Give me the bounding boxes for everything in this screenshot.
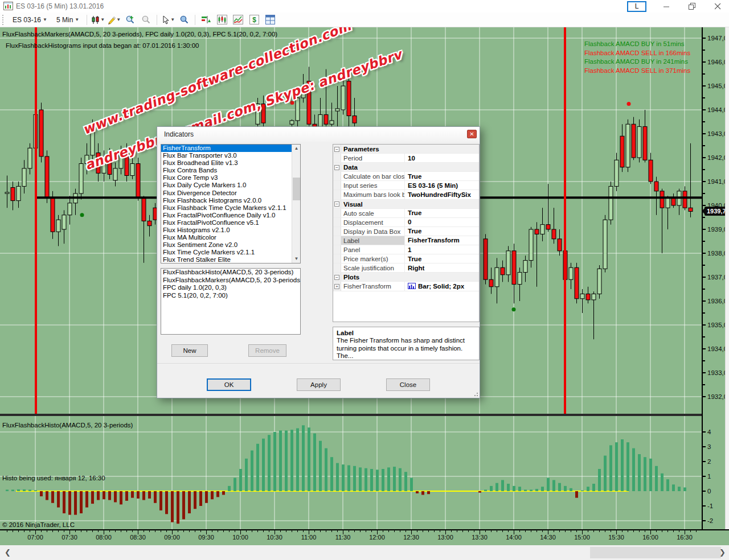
configured-indicator-item[interactable]: FPC daily 1.0(20, 0,3) bbox=[161, 284, 300, 292]
cursor-tool-button[interactable]: ▼ bbox=[161, 14, 175, 26]
close-button[interactable]: Close bbox=[386, 378, 430, 391]
indicator-list-item[interactable]: Flux FractalPivotConfluence Daily v1.0 bbox=[161, 212, 300, 219]
chevron-down-icon: ▼ bbox=[116, 17, 121, 22]
apply-button[interactable]: Apply bbox=[297, 378, 341, 391]
property-value[interactable]: True bbox=[405, 227, 479, 236]
dialog-title-bar[interactable]: Indicators ✕ bbox=[157, 127, 480, 142]
property-row[interactable]: +FisherTransformBar; Solid; 2px bbox=[333, 282, 479, 291]
time-tick-minor bbox=[98, 530, 99, 532]
indicator-list-item[interactable]: Flux Time Cycle Markers v2.1.1 bbox=[161, 249, 300, 256]
remove-button[interactable]: Remove bbox=[248, 344, 286, 357]
minimize-button[interactable] bbox=[655, 0, 678, 13]
property-section-row[interactable]: −Parameters bbox=[333, 145, 479, 154]
toolbar-grip[interactable] bbox=[2, 15, 6, 25]
dialog-close-button[interactable]: ✕ bbox=[467, 130, 477, 138]
time-tick-minor bbox=[303, 530, 304, 532]
time-tick-minor bbox=[195, 530, 195, 532]
property-row[interactable]: Scale justificationRight bbox=[333, 263, 479, 273]
zoom-in-button[interactable] bbox=[123, 14, 137, 26]
market-analyzer-button[interactable] bbox=[199, 14, 213, 26]
collapse-icon[interactable]: − bbox=[334, 165, 339, 170]
scrollbar-thumb[interactable] bbox=[590, 547, 721, 558]
indicator-list-item[interactable]: Flux Flashback Time Cycle Markers v2.1.1 bbox=[161, 204, 300, 212]
property-row[interactable]: Auto scaleTrue bbox=[333, 209, 479, 218]
collapse-icon[interactable]: − bbox=[334, 147, 339, 152]
indicator-list-item[interactable]: Flux Broadhead Elite v1.3 bbox=[161, 159, 300, 167]
scroll-left-icon[interactable]: ❮ bbox=[5, 548, 11, 557]
property-row[interactable]: Price marker(s)True bbox=[333, 254, 479, 263]
property-grid[interactable]: −ParametersPeriod10−DataCalculate on bar… bbox=[333, 144, 480, 322]
property-value[interactable]: Right bbox=[405, 263, 479, 272]
indicator-list-item[interactable]: Flux MA Multicolor bbox=[161, 234, 300, 241]
property-value[interactable]: True bbox=[405, 209, 479, 217]
property-value[interactable]: Bar; Solid; 2px bbox=[405, 282, 479, 290]
property-value[interactable]: ES 03-16 (5 Min) bbox=[405, 181, 479, 190]
indicator-list-item[interactable]: Flux Flashback Histograms v2.0.0 bbox=[161, 197, 300, 204]
property-row[interactable]: Display in Data BoxTrue bbox=[333, 227, 479, 236]
configured-indicator-item[interactable]: FPC 5.1(20, 0,2, 7:00) bbox=[161, 292, 300, 300]
drawing-tools-button[interactable]: ▼ bbox=[107, 14, 121, 26]
indicator-list-item[interactable]: Flux Histograms v2.1.0 bbox=[161, 227, 300, 234]
instrument-selector[interactable]: ES 03-16 ▼ bbox=[9, 14, 51, 26]
configured-indicator-item[interactable]: FluxFlashbackMarkers(AMACD,5, 20 3-perio… bbox=[161, 277, 300, 285]
configured-indicators-list[interactable]: FluxFlashbackHisto(AMACD,5, 20 3-periods… bbox=[161, 268, 301, 335]
property-section-row[interactable]: −Plots bbox=[333, 273, 479, 282]
indicator-list-item[interactable]: Flux Trend Stalker Elite bbox=[161, 256, 300, 263]
property-section-row[interactable]: −Data bbox=[333, 163, 479, 172]
collapse-icon[interactable]: − bbox=[334, 201, 339, 207]
resize-grip[interactable] bbox=[474, 392, 478, 397]
indicator-list-item[interactable]: Flux Bar Transporter v3.0 bbox=[161, 152, 300, 159]
interval-selector[interactable]: 5 Min ▼ bbox=[53, 14, 83, 26]
property-value[interactable]: TwoHundredFiftySix bbox=[405, 190, 479, 199]
line-chart-button[interactable] bbox=[231, 14, 245, 26]
property-row[interactable]: Period10 bbox=[333, 154, 479, 163]
indicator-list-item[interactable]: Flux Divergence Detector bbox=[161, 190, 300, 197]
time-axis[interactable]: 07:0007:3008:0008:3009:0009:3010:0010:30… bbox=[0, 529, 729, 545]
histogram-bar bbox=[575, 491, 578, 498]
collapse-icon[interactable]: − bbox=[334, 275, 339, 280]
list-scroll-thumb[interactable] bbox=[293, 178, 300, 200]
new-button[interactable]: New bbox=[171, 344, 208, 357]
horizontal-scrollbar[interactable]: ❮ ❯ bbox=[0, 545, 729, 560]
property-row[interactable]: Displacement0 bbox=[333, 218, 479, 227]
chart-button[interactable] bbox=[215, 14, 229, 26]
property-value[interactable]: True bbox=[405, 254, 479, 263]
property-value[interactable]: True bbox=[405, 172, 479, 180]
scroll-right-icon[interactable]: ❯ bbox=[719, 548, 726, 557]
property-value[interactable]: 0 bbox=[405, 218, 479, 227]
property-row[interactable]: Panel1 bbox=[333, 245, 479, 254]
expand-icon[interactable]: + bbox=[334, 284, 339, 289]
indicator-list-item[interactable]: Flux FractalPivotConfluence v5.1 bbox=[161, 219, 300, 227]
indicator-list-item[interactable]: Flux Sentiment Zone v2.0 bbox=[161, 241, 300, 249]
account-data-button[interactable]: $ bbox=[247, 14, 261, 26]
property-value[interactable]: 1 bbox=[405, 245, 479, 254]
indicator-list-item[interactable]: Flux Core Temp v3 bbox=[161, 174, 300, 182]
property-value[interactable]: 10 bbox=[405, 154, 479, 162]
available-indicators-list[interactable]: FisherTransformFlux Bar Transporter v3.0… bbox=[161, 144, 301, 263]
ok-button[interactable]: OK bbox=[207, 378, 251, 391]
configured-indicator-item[interactable]: FluxFlashbackHisto(AMACD,5, 20 3-periods… bbox=[161, 269, 300, 277]
time-tick-minor bbox=[633, 530, 634, 532]
zoom-region-button[interactable] bbox=[177, 14, 191, 26]
chart-style-button[interactable]: ▼ bbox=[91, 14, 105, 26]
indicator-list-item[interactable]: Flux Daily Cycle Markers 1.0 bbox=[161, 182, 300, 189]
property-row[interactable]: LabelFisherTransform bbox=[333, 236, 479, 245]
close-window-button[interactable] bbox=[706, 0, 729, 13]
list-scrollbar[interactable]: ▲ ▼ bbox=[292, 145, 300, 263]
histogram-bar bbox=[364, 468, 367, 491]
scroll-up-icon[interactable]: ▲ bbox=[292, 145, 301, 153]
indicator-list-item[interactable]: FisherTransform bbox=[161, 145, 300, 152]
property-row[interactable]: Calculate on bar closeTrue bbox=[333, 172, 479, 181]
property-row[interactable]: Maximum bars look backTwoHundredFiftySix bbox=[333, 190, 479, 199]
scroll-down-icon[interactable]: ▼ bbox=[292, 255, 301, 263]
property-value[interactable]: FisherTransform bbox=[405, 236, 479, 245]
indicator-list-item[interactable]: Flux Contra Bands bbox=[161, 167, 300, 174]
link-button[interactable]: L bbox=[627, 1, 646, 12]
restore-button[interactable] bbox=[681, 0, 703, 13]
zoom-out-button[interactable] bbox=[139, 14, 153, 26]
property-section-row[interactable]: −Visual bbox=[333, 200, 479, 209]
data-grid-button[interactable] bbox=[263, 14, 277, 26]
price-axis[interactable]: 1947,001946,001945,001944,001943,001942,… bbox=[702, 27, 725, 529]
property-row[interactable]: Input seriesES 03-16 (5 Min) bbox=[333, 181, 479, 190]
price-tick bbox=[703, 109, 706, 110]
